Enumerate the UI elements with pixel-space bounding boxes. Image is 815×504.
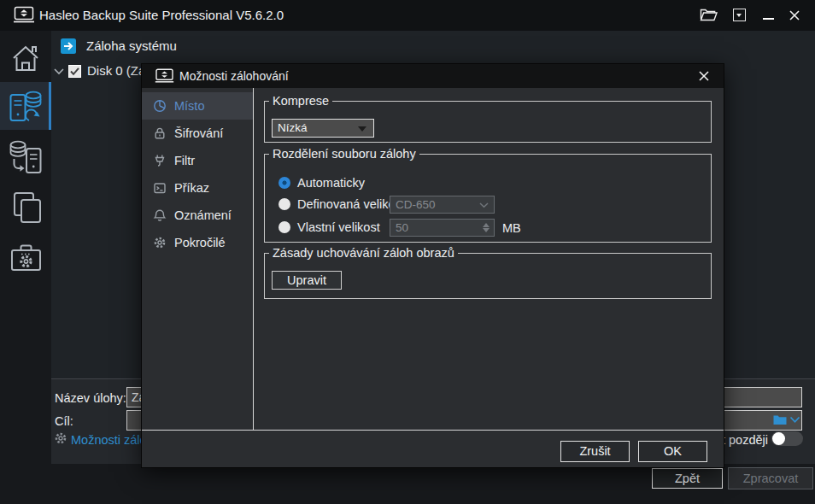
bell-icon bbox=[153, 208, 167, 222]
defined-size-dropdown[interactable]: CD-650 bbox=[390, 196, 495, 214]
dialog-title: Možnosti zálohování bbox=[179, 64, 289, 88]
retention-legend: Zásady uchovávání záloh obrazů bbox=[269, 245, 458, 261]
pie-chart-icon bbox=[153, 99, 167, 113]
terminal-icon bbox=[153, 181, 167, 195]
disk-checkbox[interactable] bbox=[68, 65, 81, 78]
gear-icon bbox=[153, 236, 167, 249]
radio-vlastni-velikost[interactable] bbox=[279, 221, 290, 233]
tab-pokrocile[interactable]: Pokročilé bbox=[142, 229, 253, 256]
radio-automaticky[interactable] bbox=[279, 177, 290, 189]
open-folder-icon[interactable] bbox=[700, 8, 718, 22]
dialog-footer-separator bbox=[142, 430, 724, 431]
lock-icon bbox=[153, 126, 167, 140]
spinner-up-icon bbox=[483, 223, 490, 227]
app-window: Hasleo Backup Suite Professional V5.6.2.… bbox=[0, 0, 815, 504]
compression-group: Komprese Nízká bbox=[264, 101, 712, 143]
backup-options-dialog: Možnosti zálohování Místo bbox=[142, 64, 724, 467]
clone-icon[interactable] bbox=[11, 190, 42, 226]
page-title: Záloha systému bbox=[86, 34, 177, 58]
task-name-label: Název úlohy: bbox=[55, 389, 126, 407]
titlebar: Hasleo Backup Suite Professional V5.6.2.… bbox=[0, 0, 815, 31]
custom-size-spinbox[interactable]: 50 bbox=[390, 219, 495, 237]
custom-size-unit: MB bbox=[502, 220, 521, 236]
compression-dropdown[interactable]: Nízká bbox=[272, 119, 374, 138]
later-toggle[interactable] bbox=[771, 431, 803, 446]
compression-legend: Komprese bbox=[269, 93, 332, 109]
tree-chevron-down-icon[interactable] bbox=[54, 68, 64, 75]
ok-button[interactable]: OK bbox=[638, 441, 707, 462]
minimize-to-tray-icon[interactable] bbox=[733, 9, 746, 21]
tab-oznameni[interactable]: Oznámení bbox=[142, 202, 253, 229]
process-button[interactable]: Zpracovat bbox=[728, 467, 813, 489]
system-backup-header-icon bbox=[61, 38, 76, 54]
home-icon[interactable] bbox=[11, 41, 40, 75]
dialog-logo-icon bbox=[155, 68, 174, 84]
back-button[interactable]: Zpět bbox=[652, 468, 723, 489]
radio-definovana-velikost[interactable] bbox=[279, 198, 290, 210]
app-title: Hasleo Backup Suite Professional V5.6.2.… bbox=[39, 0, 284, 31]
cancel-button[interactable]: Zrušit bbox=[560, 441, 630, 462]
toolbox-icon[interactable] bbox=[10, 239, 42, 275]
system-backup-icon[interactable] bbox=[9, 87, 43, 126]
dialog-vertical-separator bbox=[253, 88, 254, 430]
dropdown-arrow-icon bbox=[358, 126, 366, 132]
options-gear-icon[interactable] bbox=[54, 431, 67, 445]
radio-vlastni-label[interactable]: Vlastní velikost bbox=[297, 220, 380, 235]
app-logo-icon bbox=[13, 6, 35, 25]
minimize-icon[interactable] bbox=[763, 18, 774, 20]
spinner-down-icon bbox=[483, 228, 490, 232]
tab-sifrovani[interactable]: Šifrování bbox=[142, 120, 253, 147]
target-dropdown-chevron-icon[interactable] bbox=[789, 416, 800, 424]
sidebar bbox=[0, 31, 51, 504]
later-label-fragment: t později bbox=[722, 431, 768, 449]
tab-filtr[interactable]: Filtr bbox=[142, 147, 253, 174]
close-icon[interactable] bbox=[789, 9, 800, 21]
retention-group: Zásady uchovávání záloh obrazů Upravit bbox=[264, 253, 712, 299]
tab-prikaz[interactable]: Příkaz bbox=[142, 174, 253, 202]
target-label: Cíl: bbox=[55, 412, 73, 431]
edit-retention-button[interactable]: Upravit bbox=[272, 271, 342, 290]
restore-icon[interactable] bbox=[9, 138, 43, 178]
split-legend: Rozdělení souboru zálohy bbox=[269, 146, 419, 162]
split-group: Rozdělení souboru zálohy Automaticky Def… bbox=[264, 154, 712, 243]
browse-folder-icon[interactable] bbox=[773, 414, 787, 425]
dialog-close-icon[interactable] bbox=[698, 70, 710, 82]
tab-misto[interactable]: Místo bbox=[142, 92, 253, 120]
disabled-dropdown-chevron-icon bbox=[479, 202, 489, 208]
plug-filter-icon bbox=[153, 154, 167, 167]
radio-automaticky-label[interactable]: Automaticky bbox=[297, 175, 365, 190]
radio-definovana-label[interactable]: Definovaná velikost bbox=[297, 196, 405, 212]
dialog-titlebar: Možnosti zálohování bbox=[142, 64, 724, 88]
